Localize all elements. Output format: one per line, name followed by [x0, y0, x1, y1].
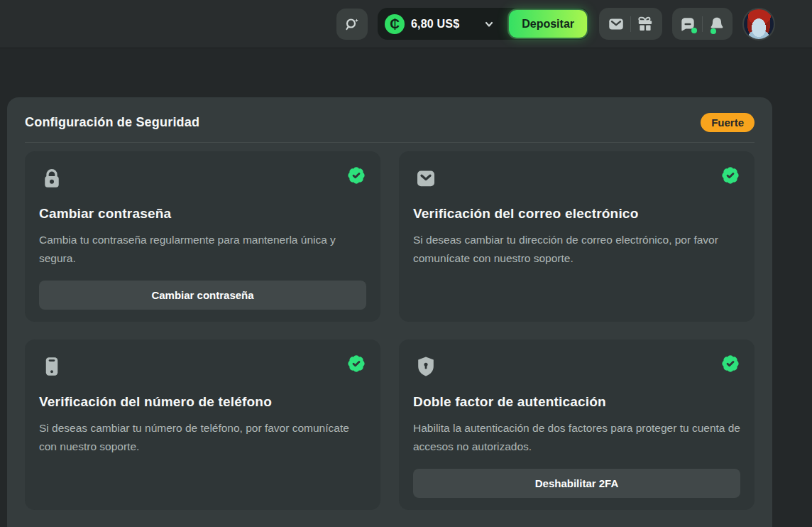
envelope-icon: [413, 165, 439, 191]
chat-notification-dot: [691, 28, 697, 33]
green-coin-icon: ₵: [385, 14, 405, 34]
verified-check-badge: [346, 354, 366, 376]
lock-icon: [39, 165, 65, 191]
card-email-verification: Verificación del correo electrónico Si d…: [399, 151, 755, 322]
user-avatar[interactable]: [742, 8, 775, 40]
shield-icon: [413, 354, 439, 379]
chat-bell-group: [672, 8, 733, 40]
bell-notification-dot: [710, 28, 716, 34]
card-description: Si deseas cambiar tu dirección de correo…: [413, 231, 740, 268]
search-icon: [344, 16, 361, 33]
search-button[interactable]: [336, 9, 368, 40]
card-title: Verificación del correo electrónico: [413, 206, 740, 222]
mail-gift-group: [599, 8, 662, 40]
card-title: Verificación del número de teléfono: [39, 394, 366, 410]
card-description: Habilita la autenticación de dos factore…: [413, 419, 740, 456]
gift-icon: [636, 15, 654, 33]
chevron-down-icon: [484, 19, 494, 29]
gift-button[interactable]: [631, 8, 659, 40]
chat-button[interactable]: [674, 8, 702, 40]
mail-button[interactable]: [602, 8, 630, 40]
divider: [25, 142, 755, 143]
card-description: Cambia tu contraseña regularmente para m…: [39, 231, 366, 268]
card-two-factor: Doble factor de autenticación Habilita l…: [399, 339, 755, 510]
top-bar: ₵ 6,80 US$ Depositar: [0, 0, 812, 48]
deposit-button[interactable]: Depositar: [509, 10, 587, 38]
card-description: Si deseas cambiar tu número de teléfono,…: [39, 419, 366, 456]
disable-2fa-button[interactable]: Deshabilitar 2FA: [413, 469, 740, 498]
change-password-button[interactable]: Cambiar contraseña: [39, 281, 366, 310]
security-cards-grid: Cambiar contraseña Cambia tu contraseña …: [25, 151, 755, 510]
card-phone-verification: Verificación del número de teléfono Si d…: [25, 339, 380, 510]
wallet-selector[interactable]: ₵ 6,80 US$ Depositar: [378, 8, 589, 40]
phone-icon: [39, 354, 65, 379]
card-title: Cambiar contraseña: [39, 206, 366, 222]
card-change-password: Cambiar contraseña Cambia tu contraseña …: [25, 151, 380, 322]
page-title: Configuración de Seguridad: [25, 115, 199, 130]
verified-check-badge: [720, 165, 740, 188]
mail-icon: [607, 15, 625, 33]
notifications-button[interactable]: [703, 8, 731, 40]
security-settings-panel: Configuración de Seguridad Fuerte: [7, 97, 772, 527]
card-title: Doble factor de autenticación: [413, 394, 740, 410]
verified-check-badge: [720, 354, 740, 376]
password-strength-badge: Fuerte: [701, 113, 755, 132]
verified-check-badge: [346, 165, 366, 188]
wallet-balance: 6,80 US$: [411, 18, 459, 31]
